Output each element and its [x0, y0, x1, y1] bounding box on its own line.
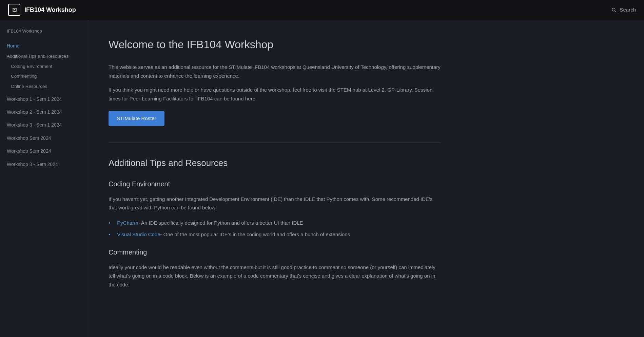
sidebar-item-workshop3-sem2[interactable]: Workshop 3 - Sem 2024 — [0, 159, 88, 170]
sidebar-item-workshop2-sem1[interactable]: Workshop 2 - Sem 1 2024 — [0, 107, 88, 117]
sidebar-item-workshop3-sem1[interactable]: Workshop 3 - Sem 1 2024 — [0, 119, 88, 130]
vscode-link[interactable]: Visual Studio Code — [117, 231, 160, 237]
sidebar-item-online-resources[interactable]: Online Resources — [0, 81, 88, 92]
search-label: Search — [620, 6, 636, 14]
stimulate-roster-button[interactable]: STIMulate Roster — [109, 111, 164, 126]
sidebar-item-workshop1-sem1[interactable]: Workshop 1 - Sem 1 2024 — [0, 94, 88, 105]
sidebar-item-workshop-sem2-2[interactable]: Workshop Sem 2024 — [0, 146, 88, 156]
sidebar-item-home[interactable]: Home — [0, 40, 88, 51]
coding-env-body: If you haven't yet, getting another Inte… — [109, 195, 441, 212]
pycharm-desc: - An IDE specifically designed for Pytho… — [138, 220, 303, 226]
sidebar-item-commenting[interactable]: Commenting — [0, 71, 88, 81]
list-item-vscode: Visual Studio Code- One of the most popu… — [109, 230, 441, 239]
navbar-title: IFB104 Workshop — [24, 5, 76, 15]
commenting-body: Ideally your code would be readable even… — [109, 263, 441, 289]
sidebar-item-additional-tips[interactable]: Additional Tips and Resources — [0, 51, 88, 61]
page-title: Welcome to the IFB104 Workshop — [109, 36, 441, 53]
stem-paragraph: If you think you might need more help or… — [109, 86, 441, 103]
ide-links-list: PyCharm- An IDE specifically designed fo… — [109, 219, 441, 239]
navbar: ⊡ IFB104 Workshop Search — [0, 0, 644, 20]
sidebar-site-title: IFB104 Workshop — [0, 28, 88, 40]
sidebar-item-workshop-sem2-1[interactable]: Workshop Sem 2024 — [0, 133, 88, 144]
pycharm-link[interactable]: PyCharm — [117, 220, 138, 226]
commenting-title: Commenting — [109, 247, 441, 258]
list-item-pycharm: PyCharm- An IDE specifically designed fo… — [109, 219, 441, 227]
search-icon — [611, 7, 617, 13]
page-layout: IFB104 Workshop Home Additional Tips and… — [0, 20, 644, 337]
vscode-desc: - One of the most popular IDE's in the c… — [160, 231, 350, 237]
intro-paragraph: This website serves as an additional res… — [109, 63, 441, 80]
search-bar[interactable]: Search — [611, 6, 636, 14]
main-content: Welcome to the IFB104 Workshop This webs… — [88, 20, 461, 337]
section-divider — [109, 142, 441, 143]
coding-env-title: Coding Environment — [109, 179, 441, 189]
tips-section-title: Additional Tips and Resources — [109, 156, 441, 170]
logo-icon: ⊡ — [8, 4, 20, 16]
navbar-brand[interactable]: ⊡ IFB104 Workshop — [8, 4, 76, 16]
sidebar: IFB104 Workshop Home Additional Tips and… — [0, 20, 88, 337]
sidebar-item-coding-environment[interactable]: Coding Environment — [0, 61, 88, 72]
